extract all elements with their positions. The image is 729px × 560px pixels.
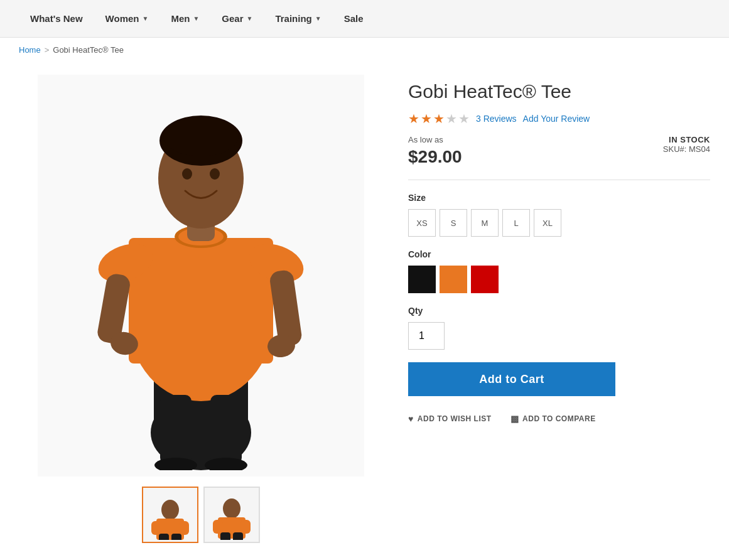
color-label: Color [408, 249, 710, 259]
add-review-link[interactable]: Add Your Review [523, 114, 590, 124]
nav-women[interactable]: Women ▼ [94, 0, 160, 37]
add-to-cart-button[interactable]: Add to Cart [408, 362, 615, 396]
divider [408, 180, 710, 180]
breadcrumb: Home > Gobi HeatTec® Tee [0, 38, 729, 62]
star-rating: ★ ★ ★ ★ ★ [408, 111, 470, 126]
top-navigation: What's New Women ▼ Men ▼ Gear ▼ Training… [0, 0, 729, 38]
color-black[interactable] [408, 266, 436, 293]
size-label: Size [408, 193, 710, 203]
size-options: XS S M L XL [408, 209, 710, 237]
as-low-as-label: As low as [408, 135, 462, 144]
svg-rect-33 [213, 520, 223, 534]
chevron-down-icon: ▼ [315, 15, 321, 22]
star-1: ★ [408, 111, 419, 126]
svg-rect-29 [171, 534, 181, 540]
breadcrumb-home[interactable]: Home [19, 45, 41, 55]
thumbnail-1[interactable] [142, 487, 198, 543]
size-xs[interactable]: XS [408, 209, 436, 237]
qty-input[interactable] [408, 322, 445, 350]
svg-rect-28 [159, 534, 169, 540]
svg-point-24 [161, 500, 179, 520]
thumbnail-row [142, 487, 260, 543]
add-to-compare-link[interactable]: ▩ ADD TO COMPARE [510, 414, 596, 424]
product-page: Gobi HeatTec® Tee ★ ★ ★ ★ ★ 3 Reviews Ad… [0, 62, 729, 560]
star-4: ★ [446, 111, 457, 126]
svg-rect-34 [240, 520, 251, 534]
chevron-down-icon: ▼ [193, 15, 199, 22]
add-to-wishlist-link[interactable]: ♥ ADD TO WISH LIST [408, 414, 492, 424]
nav-men[interactable]: Men ▼ [159, 0, 210, 37]
svg-point-11 [182, 168, 192, 180]
breadcrumb-current: Gobi HeatTec® Tee [53, 45, 124, 55]
star-5: ★ [458, 111, 470, 126]
nav-gear[interactable]: Gear ▼ [210, 0, 264, 37]
compare-icon: ▩ [510, 414, 519, 424]
svg-point-14 [163, 116, 239, 156]
svg-rect-20 [210, 395, 242, 464]
heart-icon: ♥ [408, 414, 414, 424]
star-3: ★ [433, 111, 445, 126]
color-orange[interactable] [440, 266, 467, 293]
compare-label: ADD TO COMPARE [522, 414, 596, 423]
in-stock-badge: IN STOCK [663, 135, 710, 144]
color-red[interactable] [471, 266, 499, 293]
product-price: $29.00 [408, 147, 462, 167]
product-images-column [19, 75, 383, 543]
size-s[interactable]: S [440, 209, 467, 237]
nav-sale[interactable]: Sale [333, 0, 375, 37]
product-image-svg [75, 81, 327, 470]
svg-rect-27 [179, 521, 189, 535]
rating-row: ★ ★ ★ ★ ★ 3 Reviews Add Your Review [408, 111, 710, 126]
main-product-image [38, 75, 364, 477]
chevron-down-icon: ▼ [247, 15, 253, 22]
price-stock-row: As low as $29.00 IN STOCK SKU#: MS04 [408, 135, 710, 167]
svg-rect-36 [233, 532, 243, 540]
breadcrumb-separator: > [45, 45, 50, 55]
size-xl[interactable]: XL [534, 209, 561, 237]
thumbnail-2[interactable] [203, 487, 260, 543]
price-section: As low as $29.00 [408, 135, 462, 167]
product-details-column: Gobi HeatTec® Tee ★ ★ ★ ★ ★ 3 Reviews Ad… [408, 75, 710, 543]
nav-training[interactable]: Training ▼ [264, 0, 332, 37]
product-title: Gobi HeatTec® Tee [408, 81, 710, 102]
sku-label: SKU#: [663, 144, 687, 154]
stock-sku-section: IN STOCK SKU#: MS04 [663, 135, 710, 154]
svg-rect-26 [151, 521, 161, 535]
size-l[interactable]: L [502, 209, 530, 237]
nav-whats-new[interactable]: What's New [19, 0, 94, 37]
sku-info: SKU#: MS04 [663, 144, 710, 154]
star-2: ★ [421, 111, 432, 126]
size-m[interactable]: M [471, 209, 499, 237]
sku-value: MS04 [689, 144, 710, 154]
color-options [408, 266, 710, 293]
svg-rect-19 [160, 395, 192, 464]
svg-point-12 [210, 168, 220, 180]
chevron-down-icon: ▼ [142, 15, 148, 22]
review-count-link[interactable]: 3 Reviews [476, 114, 517, 124]
actions-row: ♥ ADD TO WISH LIST ▩ ADD TO COMPARE [408, 414, 710, 424]
svg-point-31 [223, 498, 240, 519]
qty-label: Qty [408, 306, 710, 316]
svg-rect-35 [220, 532, 230, 540]
wishlist-label: ADD TO WISH LIST [418, 414, 492, 423]
